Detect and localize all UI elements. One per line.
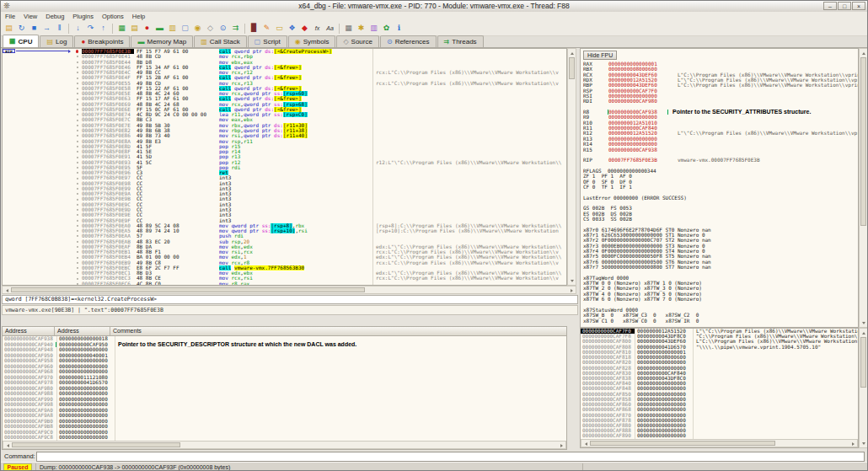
scroll-left-icon[interactable] [3,442,11,449]
stack-row[interactable]: 0000000000CAF8900000000000000000 [581,433,858,438]
title-bar[interactable]: ❊ x64_dbg - File: vmware-vmx.exe - PID: … [1,1,867,13]
tab-call-stack[interactable]: ▥Call Stack [194,35,247,47]
command-input[interactable] [36,452,865,462]
dump-row[interactable]: 0000000000CAF9C80000000000000000 [3,435,566,441]
register-row[interactable]: RIP00007FF7685F0E3Bvmware-vmx.00007FF768… [583,158,858,163]
dump-address: 0000000000CAF9C8 [3,435,56,441]
disasm-hscroll-thumb[interactable] [11,287,365,292]
menu-item-options[interactable]: Options [98,12,128,21]
tab-cpu[interactable]: ▦CPU [3,35,39,47]
label-icon[interactable]: ❖ [287,23,297,34]
disasm-hscrollbar[interactable] [2,286,576,294]
tab-log[interactable]: ▤Log [40,35,73,47]
stack-hscrollbar[interactable] [581,439,858,447]
scroll-down-icon[interactable] [860,440,867,447]
menu-bar: FileViewDebugPluginsOptionsHelp [1,12,867,21]
step-into-icon[interactable]: ↓ [72,23,83,34]
calculator-icon[interactable]: ▦ [343,23,354,34]
step-out-icon[interactable]: ↑ [98,23,109,34]
disassembly-panel[interactable]: 00007FF7685F0E3BFF 15 F7 A9 61 00call qw… [2,48,567,286]
disassembly-rows: 00007FF7685F0E3BFF 15 F7 A9 61 00call qw… [3,49,566,286]
dump-header-comments[interactable]: Comments [110,327,566,335]
register-flags-text: CS 0033 SS 002B [583,217,632,222]
stack-hscroll-thumb[interactable] [590,441,775,446]
settings-icon[interactable]: ✱ [356,23,367,34]
hide-fpu-button[interactable]: Hide FPU [583,51,617,60]
menu-item-view[interactable]: View [19,12,41,21]
menu-item-debug[interactable]: Debug [41,12,68,21]
register-value: 0000000000CAF938 [608,147,667,153]
register-name: RDI [583,99,608,104]
dump-hscroll-thumb[interactable] [12,442,180,447]
open-file-icon[interactable]: ▤ [3,23,14,34]
tab-threads[interactable]: ⇉Threads [437,35,484,47]
pause-icon[interactable]: ‖ [54,23,65,34]
scroll-up-icon[interactable] [568,49,576,56]
scroll-right-icon[interactable] [558,442,565,449]
register-text-row[interactable]: x87SW_C1 0 x87SW_C0 0 x87SW_IR 0 [583,318,858,324]
cpu-window-icon[interactable]: ▦ [116,23,127,34]
assemble-fx-icon[interactable]: fx [312,23,323,34]
tab-memory-map[interactable]: ▬Memory Map [131,35,193,47]
symbols-window-icon[interactable]: ◉ [192,23,203,34]
register-comment: L"C:\\Program Files (x86)\\VMware\\VMwar… [667,83,858,88]
source-window-icon[interactable]: ◇ [205,23,216,34]
scroll-left-icon[interactable] [3,286,10,294]
scroll-right-icon[interactable] [568,286,576,294]
dump-comment [115,435,566,441]
restart-icon[interactable]: ↻ [16,23,27,34]
dump-panel[interactable]: Address Address Comments 0000000000CAF93… [2,326,567,450]
memory-map-window-icon[interactable]: ▬ [154,23,165,34]
stack-vscrollbar[interactable] [859,328,868,448]
references-window-icon[interactable]: ⊙ [217,23,228,34]
disasm-vscrollbar[interactable] [567,48,576,286]
run-icon[interactable]: → [41,23,52,34]
menu-item-file[interactable]: File [1,12,19,21]
stack-panel[interactable]: 0000000000CAF7F00000000012A51520L"\"C:\\… [580,328,859,448]
menu-item-help[interactable]: Help [128,12,149,21]
registers-vscroll-thumb[interactable] [860,57,866,226]
minimize-button[interactable]: – [823,2,837,10]
registers-vscrollbar[interactable] [859,48,868,328]
cpu-icon: ▦ [9,38,16,45]
dump-header-address2[interactable]: Address [55,327,110,335]
script-window-icon[interactable]: ▢ [179,23,190,34]
scroll-down-icon[interactable] [568,277,576,285]
scroll-up-icon[interactable] [860,49,867,56]
comment-icon[interactable]: ▭ [274,23,285,34]
tab-breakpoints[interactable]: ●Breakpoints [74,35,130,47]
font-icon[interactable]: Aa [324,23,335,34]
call-stack-window-icon[interactable]: ▥ [167,23,178,34]
threads-window-icon[interactable]: ⇉ [230,23,241,34]
stop-icon[interactable]: ■ [29,23,40,34]
disasm-vscroll-thumb[interactable] [569,57,575,79]
maximize-button[interactable]: □ [838,2,851,10]
breakpoints-window-icon[interactable]: ● [142,23,153,34]
menu-item-plugins[interactable]: Plugins [68,12,98,21]
help-icon[interactable]: ℹ [394,23,405,34]
close-button[interactable]: × [852,2,865,10]
dump-header-address1[interactable]: Address [3,327,55,335]
registers-panel[interactable]: Hide FPU RAX0000000000000001RBX000000000… [580,48,859,328]
log-window-icon[interactable]: ▤ [129,23,140,34]
tab-symbols[interactable]: ◉Symbols [288,35,336,47]
dump-hscrollbar[interactable] [3,441,566,449]
tab-references[interactable]: ⊙References [380,35,437,47]
status-divider [582,463,583,471]
graph-icon[interactable]: ▥ [368,23,379,34]
tab-source[interactable]: ◇Source [336,35,379,47]
erase-icon[interactable]: ◆ [299,23,310,34]
stack-vscroll-thumb[interactable] [860,337,866,388]
run-trace-icon[interactable]: ▉ [249,23,260,34]
scroll-right-icon[interactable] [849,440,857,447]
dump-rows: 0000000000CAF938000000000000001800000000… [3,336,566,441]
tab-script[interactable]: ▢Script [248,35,287,47]
scroll-up-icon[interactable] [860,329,867,336]
scroll-left-icon[interactable] [581,440,589,447]
favourites-icon[interactable]: ✿ [381,23,392,34]
script-icon: ▢ [255,39,261,45]
step-over-icon[interactable]: ↷ [85,23,96,34]
source-icon: ◇ [343,39,348,45]
scroll-down-icon[interactable] [860,319,867,327]
edit-patch-icon[interactable]: ✎ [261,23,272,34]
